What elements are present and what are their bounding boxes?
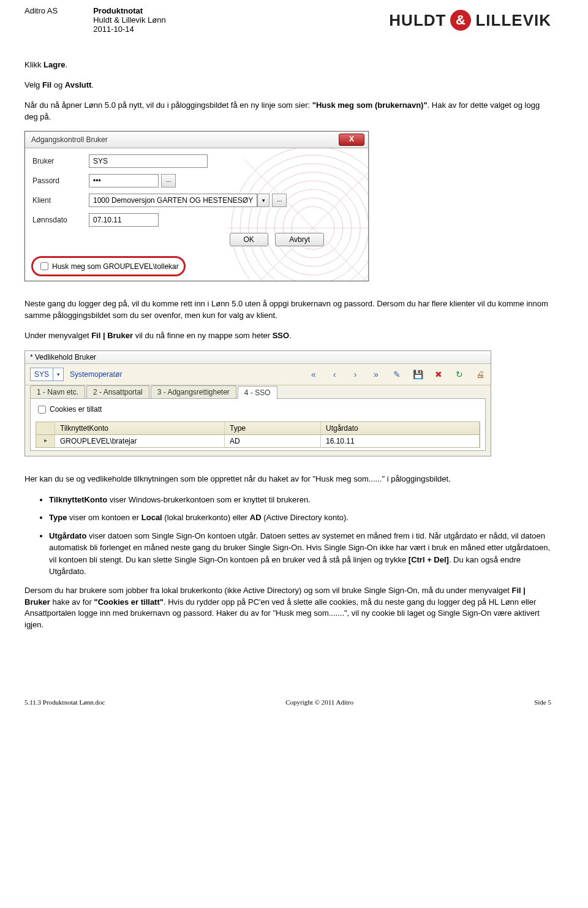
text-bold: Local [141, 513, 162, 522]
next-icon[interactable]: › [350, 369, 361, 379]
text: viser Windows-brukerkontoen som er knytt… [107, 495, 311, 504]
toolbar: SYS ▾ Systemoperatør « ‹ › » ✎ 💾 ✖ ↻ 🖨 [25, 364, 491, 385]
row-bruker: Bruker SYS [32, 154, 361, 168]
husk-meg-label: Husk meg som GROUPLEVEL\tollekar [52, 262, 179, 271]
row-passord: Passord ••• ... [32, 174, 361, 187]
label-bruker: Bruker [32, 157, 89, 165]
input-bruker[interactable]: SYS [89, 154, 208, 168]
grid-header: TilknyttetKonto Type Utgårdato [36, 422, 480, 435]
page-footer: 5.11.3 Produktnotat Lønn.doc Copyright ©… [24, 698, 551, 706]
tab-ansattportal[interactable]: 2 - Ansattportal [86, 385, 149, 398]
brand-logo: HULDT & LILLEVIK [389, 10, 551, 31]
tab-body: Cookies er tillatt TilknyttetKonto Type … [30, 398, 486, 451]
text-bold: Type [49, 513, 67, 522]
user-combo[interactable]: SYS ▾ [30, 368, 64, 381]
input-passord[interactable]: ••• [89, 174, 159, 187]
footer-center: Copyright © 2011 Aditro [285, 698, 353, 706]
text: Når du nå åpner Lønn 5.0 på nytt, vil du… [24, 100, 312, 110]
avbryt-button[interactable]: Avbryt [275, 233, 324, 246]
text: og [51, 80, 65, 89]
text-bold: TilknyttetKonto [49, 495, 107, 504]
prev-icon[interactable]: ‹ [329, 369, 340, 379]
footer-left: 5.11.3 Produktnotat Lønn.doc [24, 698, 105, 706]
dialog-titlebar: Adgangskontroll Bruker X [25, 132, 368, 148]
ellipsis-button[interactable]: ... [272, 194, 287, 207]
text: Velg [24, 80, 42, 89]
row-dato: Lønnsdato 07.10.11 [32, 213, 361, 227]
text-bold: Fil | Bruker [91, 331, 133, 340]
input-klient[interactable]: 1000 Demoversjon GARTEN OG HESTENESØY [89, 194, 257, 207]
text-bold: "Cookies er tillatt" [94, 597, 163, 607]
doc-date: 2011-10-14 [93, 25, 166, 34]
chevron-down-icon[interactable]: ▾ [257, 194, 270, 207]
cookies-row: Cookies er tillatt [36, 404, 480, 415]
husk-meg-checkbox-highlight: Husk meg som GROUPLEVEL\tollekar [31, 256, 186, 276]
refresh-icon[interactable]: ↻ [454, 369, 465, 379]
company-name: Aditro AS [24, 6, 58, 34]
tab-navn[interactable]: 1 - Navn etc. [30, 385, 85, 398]
delete-icon[interactable]: ✖ [433, 369, 444, 379]
label-klient: Klient [32, 196, 89, 205]
text-bold: Utgårdato [49, 531, 86, 540]
ok-button[interactable]: OK [230, 233, 268, 246]
mid-text: Neste gang du logger deg på, vil du komm… [24, 298, 551, 342]
footer-right: Side 5 [534, 698, 551, 706]
col-konto: TilknyttetKonto [55, 422, 225, 434]
label-dato: Lønnsdato [32, 216, 89, 224]
doc-title: Produktnotat [93, 6, 166, 15]
tab-sso[interactable]: 4 - SSO [238, 386, 277, 399]
logo-text-left: HULDT [389, 11, 446, 30]
first-icon[interactable]: « [308, 369, 319, 379]
intro-text: Klikk Lagre. Velg Fil og Avslutt. Når du… [24, 59, 551, 123]
combo-value: SYS [31, 370, 53, 379]
doc-meta: Produktnotat Huldt & Lillevik Lønn 2011-… [93, 6, 166, 34]
system-operator-label: Systemoperatør [70, 370, 122, 379]
window-titlebar: * Vedlikehold Bruker [25, 351, 491, 364]
text: (Active Directory konto). [262, 513, 349, 522]
text-bold: "Husk meg som (brukernavn)" [312, 100, 428, 110]
doc-product: Huldt & Lillevik Lønn [93, 15, 166, 25]
text-bold: Lagre [43, 60, 65, 69]
text: viser om kontoen er [67, 513, 141, 522]
row-marker-icon: ▸ [36, 435, 55, 447]
text: vil du nå finne en ny mappe som heter [133, 331, 273, 340]
input-dato[interactable]: 07.10.11 [89, 213, 159, 227]
list-item: Type viser om kontoen er Local (lokal br… [49, 512, 551, 524]
cell-konto: GROUPLEVEL\bratejar [55, 435, 225, 447]
cookies-label: Cookies er tillatt [50, 405, 102, 414]
save-icon[interactable]: 💾 [412, 369, 423, 379]
text: . [65, 60, 67, 69]
bullet-list: TilknyttetKonto viser Windows-brukerkont… [37, 494, 551, 578]
document-header: Aditro AS Produktnotat Huldt & Lillevik … [24, 6, 551, 34]
logo-text-right: LILLEVIK [475, 11, 551, 30]
col-type: Type [225, 422, 321, 434]
print-icon[interactable]: 🖨 [475, 369, 486, 379]
new-icon[interactable]: ✎ [391, 369, 402, 379]
close-icon[interactable]: X [339, 134, 364, 146]
paragraph: Neste gang du logger deg på, vil du komm… [24, 298, 551, 322]
grid-row[interactable]: ▸ GROUPLEVEL\bratejar AD 16.10.11 [36, 435, 480, 447]
dialog-title: Adgangskontroll Bruker [31, 135, 108, 144]
text-bold: Avslutt [65, 80, 92, 89]
tab-adgang[interactable]: 3 - Adgangsrettigheter [151, 385, 236, 398]
text: (lokal brukerkonto) eller [162, 513, 250, 522]
cell-dato: 16.10.11 [321, 435, 480, 447]
text: . [289, 331, 292, 340]
chevron-down-icon[interactable]: ▾ [53, 368, 63, 380]
ellipsis-button[interactable]: ... [161, 174, 176, 187]
husk-meg-checkbox[interactable] [40, 262, 48, 270]
cell-type: AD [225, 435, 321, 447]
row-klient: Klient 1000 Demoversjon GARTEN OG HESTEN… [32, 194, 361, 207]
text: Klikk [24, 60, 43, 69]
last-icon[interactable]: » [371, 369, 382, 379]
paragraph: Dersom du har brukere som jobber fra lok… [24, 585, 551, 631]
text-bold: SSO [273, 331, 289, 340]
text: Dersom du har brukere som jobber fra lok… [24, 586, 512, 595]
list-item: Utgårdato viser datoen som Single Sign-O… [49, 530, 551, 578]
after-text: Her kan du se og vedlikeholde tilknytnin… [24, 474, 551, 631]
logo-ampersand-icon: & [450, 10, 471, 31]
text-bold: [Ctrl + Del] [409, 555, 449, 564]
col-utgardato: Utgårdato [321, 422, 480, 434]
text-bold: AD [250, 513, 262, 522]
cookies-checkbox[interactable] [38, 406, 46, 414]
